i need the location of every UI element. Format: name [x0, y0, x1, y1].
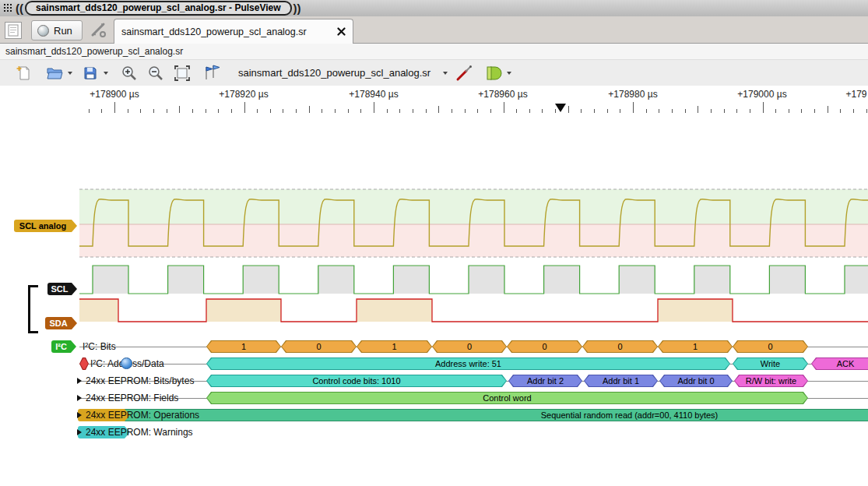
annotation-box[interactable]: 1	[658, 340, 733, 353]
channel-tag-sda-arrow	[72, 317, 77, 329]
ruler[interactable]: +178900 µs+178920 µs+178940 µs+178960 µs…	[0, 86, 868, 114]
decoder-tag-i2c-bits[interactable]: I²C	[51, 340, 71, 353]
pulseview-window: (( sainsmart_dds120_powerup_scl_analog.s…	[0, 0, 868, 486]
ruler-time-label: +178920 µs	[219, 89, 268, 100]
annotation-box[interactable]: ACK	[811, 357, 868, 370]
decoder-icon	[485, 65, 502, 82]
annotation-box[interactable]: Addr bit 2	[508, 375, 582, 387]
file-combo[interactable]: sainsmart_dds120_powerup_scl_analog.sr	[232, 62, 447, 83]
scl-high-fill	[469, 266, 504, 294]
probe-button[interactable]	[453, 62, 475, 83]
save-dropdown-caret[interactable]	[101, 62, 111, 83]
decoder-row-label-eeprom-bits-bytes[interactable]: 24xx EEPROM: Bits/bytes	[86, 375, 194, 386]
save-icon	[83, 65, 98, 81]
new-file-button[interactable]	[12, 62, 34, 83]
annotation-text: R/W bit: write	[734, 375, 808, 387]
close-icon[interactable]	[337, 27, 346, 36]
scl-high-fill	[243, 266, 279, 294]
titlebar-decoration-right: ))	[293, 0, 301, 16]
expand-arrow-eeprom-bits-bytes[interactable]	[77, 378, 82, 384]
channel-tag-sda[interactable]: SDA	[45, 317, 72, 329]
annotation-box[interactable]: Address write: 51	[206, 357, 730, 370]
annotation-box[interactable]: 1	[206, 340, 281, 353]
annotation-box[interactable]: 0	[281, 340, 357, 353]
expand-arrow-eeprom-warnings[interactable]	[77, 429, 82, 435]
zoom-in-button[interactable]	[118, 62, 140, 83]
titlebar[interactable]: (( sainsmart_dds120_powerup_scl_analog.s…	[0, 0, 868, 17]
annotation-box[interactable]: Control code bits: 1010	[206, 375, 507, 387]
scl-high-fill	[769, 266, 805, 294]
sda-high-fill	[79, 299, 118, 322]
window-title: sainsmart_dds120_powerup_scl_analog.sr -…	[25, 1, 292, 16]
decoder-row-label-eeprom-warnings[interactable]: 24xx EEPROM: Warnings	[86, 427, 193, 438]
scl-high-fill	[544, 266, 580, 294]
scl-high-fill	[694, 266, 730, 294]
channel-tag-scl-arrow	[72, 283, 77, 295]
channel-tag-scl-analog-arrow	[72, 220, 77, 232]
annotation-box[interactable]: Control word	[206, 392, 808, 404]
annotation-text: Control word	[206, 392, 808, 404]
annotation-text: 0	[281, 340, 357, 353]
analog-band-high	[79, 189, 868, 224]
scl-high-fill	[168, 266, 204, 294]
expand-arrow-eeprom-fields[interactable]	[77, 395, 82, 401]
zoom-fit-button[interactable]	[171, 62, 193, 83]
window-menu-icon[interactable]	[3, 3, 13, 13]
add-decoder-button[interactable]	[483, 62, 504, 83]
annotation-box[interactable]: Addr bit 0	[659, 375, 733, 387]
scl-high-fill	[393, 266, 429, 294]
session-settings-button[interactable]	[86, 20, 111, 39]
decoder-dropdown-caret[interactable]	[504, 62, 514, 83]
save-button[interactable]	[79, 62, 101, 83]
annotation-text: 0	[733, 340, 808, 353]
run-button[interactable]: Run	[31, 20, 83, 40]
tab-session[interactable]: sainsmart_dds120_powerup_scl_analog.sr	[114, 19, 353, 44]
decoder-row-label-i2c-bits[interactable]: I²C: Bits	[83, 341, 116, 352]
scl-high-fill	[318, 266, 354, 294]
ruler-time-label: +178940 µs	[349, 89, 398, 100]
zoom-out-button[interactable]	[145, 62, 167, 83]
flags-icon	[202, 65, 221, 82]
annotation-box[interactable]: 0	[733, 340, 808, 353]
annotation-text: Write	[733, 357, 808, 370]
annotation-text: Addr bit 2	[508, 375, 582, 387]
new-session-button[interactable]	[5, 22, 22, 39]
ruler-time-label: +178960 µs	[478, 89, 527, 100]
annotation-box[interactable]: 0	[507, 340, 582, 353]
decoder-row-label-eeprom-fields[interactable]: 24xx EEPROM: Fields	[86, 393, 178, 403]
sda-digital-trace	[79, 299, 868, 322]
annotation-box[interactable]: 0	[582, 340, 658, 353]
annotation-box[interactable]: R/W bit: write	[734, 375, 808, 387]
expand-arrow-eeprom-operations[interactable]	[77, 412, 82, 418]
ruler-time-label: +178980 µs	[608, 89, 657, 100]
annotation-text: 1	[658, 340, 733, 353]
zoom-out-icon	[147, 65, 164, 82]
scl-high-fill	[845, 266, 868, 294]
trace-view[interactable]: SCL analogSCLSDAI²C10100010I²C: BitsAddr…	[0, 113, 868, 486]
annotation-text: Addr bit 1	[584, 375, 658, 387]
annotation-box[interactable]: Addr bit 1	[584, 375, 658, 387]
ruler-time-label: +179000 µs	[737, 89, 786, 100]
channel-tag-scl-analog[interactable]: SCL analog	[14, 220, 72, 232]
decode-indicator-dot	[121, 357, 132, 369]
annotation-box[interactable]: Write	[733, 357, 808, 370]
show-cursors-button[interactable]	[201, 62, 223, 83]
main-toolbar: sainsmart_dds120_powerup_scl_analog.sr	[0, 60, 868, 86]
ruler-time-label: +178900 µs	[90, 89, 139, 100]
scl-high-fill	[93, 266, 128, 294]
open-dropdown-caret[interactable]	[65, 62, 75, 83]
file-combo-caret[interactable]	[441, 62, 450, 83]
run-state-icon	[37, 25, 49, 37]
sda-high-fill	[357, 299, 432, 322]
analog-band-low	[79, 224, 868, 257]
channel-group-bracket[interactable]	[28, 285, 38, 333]
annotation-box[interactable]: 0	[432, 340, 507, 353]
decoder-row-label-eeprom-operations[interactable]: 24xx EEPROM: Operations	[86, 410, 199, 421]
ruler-time-label: +179	[845, 89, 866, 100]
time-marker[interactable]	[555, 104, 566, 112]
channel-tag-scl[interactable]: SCL	[47, 283, 72, 295]
open-button[interactable]	[44, 62, 65, 83]
zoom-fit-icon	[174, 65, 191, 82]
annotation-box[interactable]: 1	[357, 340, 432, 353]
folder-icon	[46, 65, 63, 81]
